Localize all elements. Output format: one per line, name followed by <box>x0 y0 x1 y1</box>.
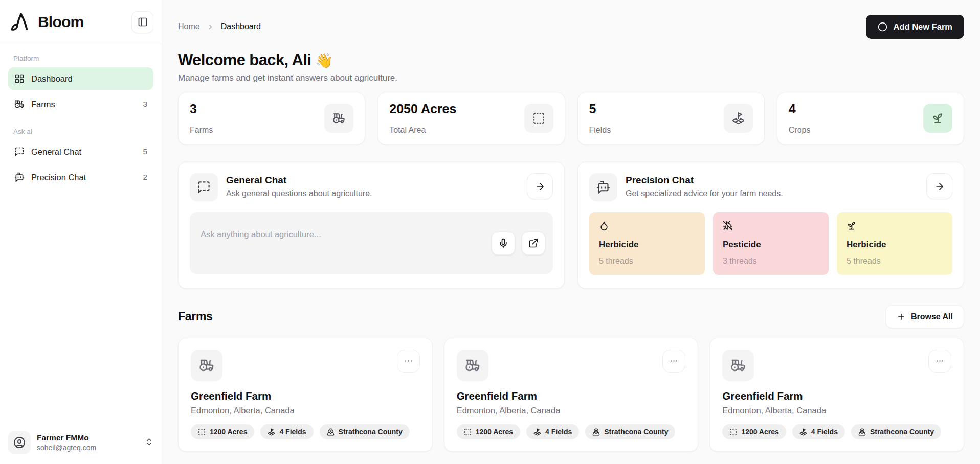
farm-more-button[interactable] <box>397 350 420 373</box>
stat-label: Farms <box>190 126 213 135</box>
main-header: Home Dashboard Add New Farm <box>178 14 964 39</box>
farm-location: Edmonton, Alberta, Canada <box>191 406 420 415</box>
sidebar: Bloom Platform Dashboard Farms 3 Ask ai <box>0 0 162 464</box>
platform-section: Platform Dashboard Farms 3 <box>8 52 153 115</box>
county-badge: Strathcona County <box>851 424 941 439</box>
stat-card-fields: 5 Fields <box>577 92 765 145</box>
farm-card[interactable]: Greenfield Farm Edmonton, Alberta, Canad… <box>444 338 699 452</box>
add-new-farm-label: Add New Farm <box>893 22 952 32</box>
welcome-title: Welcome back, Ali 👋 <box>178 51 964 69</box>
general-chat-title: General Chat <box>226 175 519 186</box>
topic-chip-herbicide-2[interactable]: Herbicide 5 threads <box>837 212 952 275</box>
square-dashed-icon <box>464 428 472 436</box>
breadcrumb-home[interactable]: Home <box>178 22 200 31</box>
tractor-icon <box>14 99 25 109</box>
brand-name: Bloom <box>38 13 125 31</box>
main-content: Home Dashboard Add New Farm Welcome back… <box>162 0 980 464</box>
external-link-icon <box>528 238 539 248</box>
farm-badges: 1200 Acres 4 Fields Strathcona County <box>722 424 951 439</box>
farm-cards-row: Greenfield Farm Edmonton, Alberta, Canad… <box>178 338 964 452</box>
sidebar-item-label: Farms <box>31 100 55 109</box>
farms-count-badge: 3 <box>143 100 147 109</box>
sidebar-item-farms[interactable]: Farms 3 <box>8 93 153 115</box>
app-window: Bloom Platform Dashboard Farms 3 Ask ai <box>0 0 980 464</box>
stat-value: 3 <box>190 102 213 117</box>
stat-label: Crops <box>789 126 811 135</box>
add-new-farm-button[interactable]: Add New Farm <box>866 15 964 39</box>
topic-name: Herbicide <box>599 240 695 250</box>
ask-ai-section-label: Ask ai <box>8 125 153 141</box>
general-chat-subtitle: Ask general questions about agriculture. <box>226 189 519 198</box>
mic-icon <box>498 238 508 248</box>
farm-more-button[interactable] <box>928 350 951 373</box>
user-name: Farmer FMMo <box>37 433 139 443</box>
topics-row: Herbicide 5 threads Pesticide 3 threads … <box>589 212 952 275</box>
chat-input-container <box>190 212 553 274</box>
county-badge: Strathcona County <box>320 424 410 439</box>
fields-badge: 4 Fields <box>260 424 313 439</box>
farms-section-header: Farms Browse All <box>178 305 964 328</box>
breadcrumb-current: Dashboard <box>221 22 261 31</box>
chevron-right-icon <box>207 23 214 31</box>
farm-badges: 1200 Acres 4 Fields Strathcona County <box>457 424 686 439</box>
browse-all-button[interactable]: Browse All <box>885 305 964 328</box>
chevrons-up-down-icon <box>145 437 153 448</box>
open-chat-button[interactable] <box>522 231 545 255</box>
tractor-icon <box>722 350 754 381</box>
farm-name: Greenfield Farm <box>191 390 420 402</box>
message-dashed-icon <box>190 173 218 201</box>
avatar <box>8 431 31 454</box>
platform-section-label: Platform <box>8 52 153 67</box>
message-dashed-icon <box>14 147 25 157</box>
ellipsis-icon <box>669 356 679 366</box>
topic-threads: 5 threads <box>599 257 695 266</box>
farm-card[interactable]: Greenfield Farm Edmonton, Alberta, Canad… <box>709 338 964 452</box>
land-plot-icon <box>799 428 807 436</box>
map-pin-icon <box>592 428 600 436</box>
sidebar-header: Bloom <box>0 0 162 44</box>
sidebar-nav: Platform Dashboard Farms 3 Ask ai Genera… <box>0 44 162 198</box>
ellipsis-icon <box>404 356 413 366</box>
sidebar-item-label: General Chat <box>31 147 81 157</box>
welcome-subtitle: Manage farms and get instant answers abo… <box>178 73 964 83</box>
sidebar-item-label: Precision Chat <box>31 173 86 182</box>
farm-badges: 1200 Acres 4 Fields Strathcona County <box>191 424 420 439</box>
stat-value: 2050 Acres <box>389 102 456 117</box>
general-chat-open-button[interactable] <box>527 173 553 199</box>
topic-chip-pesticide[interactable]: Pesticide 3 threads <box>713 212 829 275</box>
stat-card-total-area: 2050 Acres Total Area <box>377 92 565 145</box>
land-plot-icon <box>724 104 753 133</box>
sidebar-item-dashboard[interactable]: Dashboard <box>8 67 153 90</box>
acres-badge: 1200 Acres <box>191 424 254 439</box>
sidebar-toggle-button[interactable] <box>131 11 153 33</box>
sidebar-item-label: Dashboard <box>31 74 73 84</box>
farm-more-button[interactable] <box>662 350 685 373</box>
farm-name: Greenfield Farm <box>457 390 686 402</box>
map-pin-icon <box>327 428 335 436</box>
welcome-block: Welcome back, Ali 👋 Manage farms and get… <box>178 51 964 83</box>
tractor-icon <box>191 350 222 381</box>
arrow-right-icon <box>934 181 945 192</box>
farm-card[interactable]: Greenfield Farm Edmonton, Alberta, Canad… <box>178 338 433 452</box>
stat-label: Fields <box>589 126 611 135</box>
topic-name: Pesticide <box>723 240 819 250</box>
bloom-logo-icon <box>8 10 32 34</box>
plus-icon <box>897 312 906 321</box>
droplet-icon <box>599 221 609 231</box>
sidebar-item-general-chat[interactable]: General Chat 5 <box>8 141 153 163</box>
fields-badge: 4 Fields <box>792 424 845 439</box>
sidebar-item-precision-chat[interactable]: Precision Chat 2 <box>8 166 153 189</box>
user-menu[interactable]: Farmer FMMo soheil@agteq.com <box>0 424 162 464</box>
stats-row: 3 Farms 2050 Acres Total Area 5 Fields <box>178 92 964 145</box>
topic-chip-herbicide[interactable]: Herbicide 5 threads <box>589 212 705 275</box>
land-plot-icon <box>533 428 541 436</box>
bot-message-icon <box>14 172 25 182</box>
ellipsis-icon <box>935 356 945 366</box>
precision-chat-open-button[interactable] <box>926 173 952 199</box>
browse-all-label: Browse All <box>911 312 953 321</box>
mic-button[interactable] <box>492 231 515 255</box>
county-badge: Strathcona County <box>585 424 675 439</box>
topic-threads: 5 threads <box>847 257 943 266</box>
stat-card-crops: 4 Crops <box>777 92 964 145</box>
farms-section-title: Farms <box>178 310 213 323</box>
